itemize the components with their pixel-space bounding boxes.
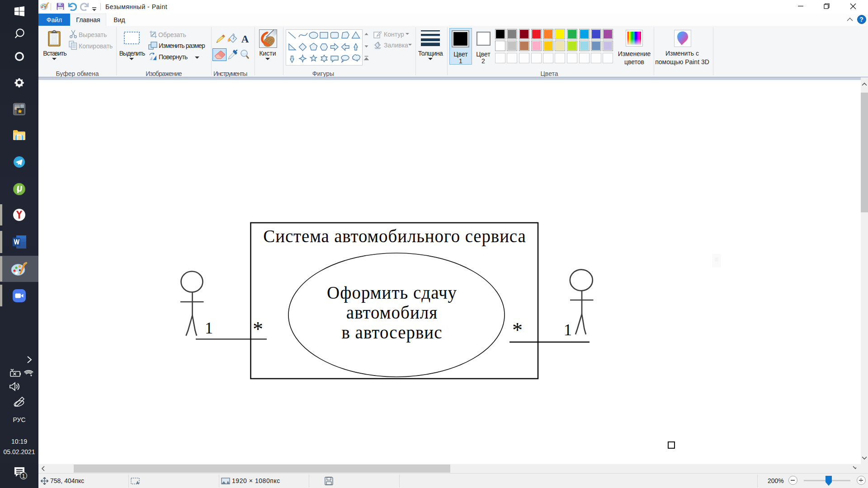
svg-text:1: 1 — [22, 473, 25, 479]
